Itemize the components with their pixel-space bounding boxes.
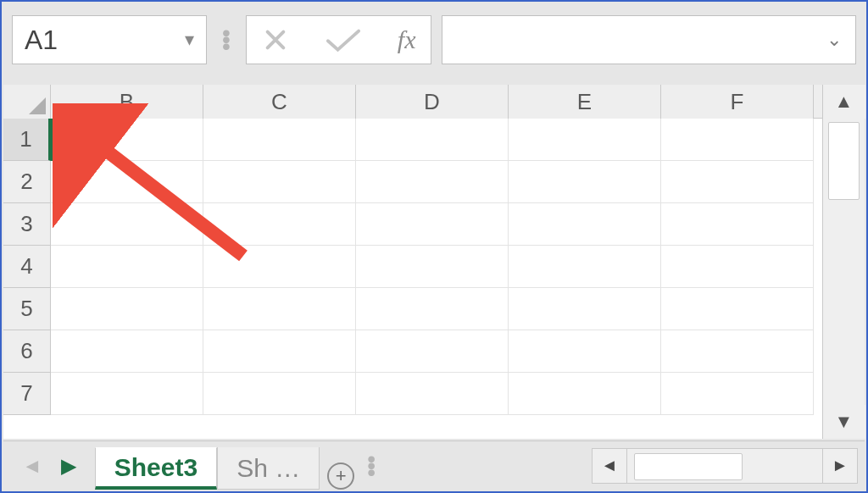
name-box-value: A1 — [25, 25, 58, 56]
cell[interactable] — [509, 246, 661, 288]
cell[interactable] — [51, 203, 203, 246]
row-header-7[interactable]: 7 — [3, 373, 51, 415]
vscroll-track[interactable] — [823, 119, 865, 405]
scroll-left-icon[interactable]: ◄ — [592, 448, 627, 484]
cell[interactable] — [661, 288, 814, 330]
formula-expand-icon[interactable]: ⌄ — [826, 29, 842, 51]
scroll-down-icon[interactable]: ▼ — [823, 405, 865, 439]
name-box-dropdown-icon[interactable]: ▾ — [185, 29, 194, 51]
formula-bar: A1 ▾ ••• fx ⌄ — [2, 2, 866, 78]
cell[interactable] — [51, 119, 203, 161]
select-all-button[interactable] — [3, 85, 51, 119]
table-row: 7 — [3, 373, 822, 415]
cell[interactable] — [51, 161, 203, 203]
row-header-6[interactable]: 6 — [3, 330, 51, 373]
table-row: 4 — [3, 246, 822, 288]
sheet-tab-bar: ◄ ▶ Sheet3 Sh … + ••• ◄ ► — [3, 440, 865, 490]
spreadsheet-grid: B C D E F 1 2 3 — [3, 85, 865, 439]
sheet-tabs: Sheet3 Sh … + ••• — [95, 441, 381, 490]
cell[interactable] — [356, 246, 509, 288]
next-sheet-icon[interactable]: ▶ — [61, 454, 76, 478]
table-row: 2 — [3, 161, 822, 203]
cell[interactable] — [51, 330, 203, 373]
row-header-4[interactable]: 4 — [3, 246, 51, 288]
sheet-nav: ◄ ▶ — [3, 441, 95, 490]
cell[interactable] — [661, 246, 814, 288]
scroll-up-icon[interactable]: ▲ — [823, 85, 865, 119]
add-sheet-button[interactable]: + — [320, 463, 362, 490]
grid-rows: 1 2 3 — [3, 119, 822, 439]
cell[interactable] — [203, 373, 356, 415]
cell[interactable] — [356, 119, 509, 161]
cell[interactable] — [203, 246, 356, 288]
cell[interactable] — [661, 373, 814, 415]
table-row: 6 — [3, 330, 822, 373]
cell[interactable] — [356, 203, 509, 246]
table-row: 1 — [3, 119, 822, 161]
row-header-3[interactable]: 3 — [3, 203, 51, 246]
prev-sheet-icon[interactable]: ◄ — [22, 454, 42, 478]
tab-truncated[interactable]: Sh … — [217, 447, 320, 490]
select-all-triangle-icon — [29, 97, 46, 114]
cell[interactable] — [203, 161, 356, 203]
cell[interactable] — [661, 330, 814, 373]
cell[interactable] — [509, 119, 661, 161]
formula-input[interactable]: ⌄ — [442, 15, 856, 64]
column-headers: B C D E F — [3, 85, 822, 119]
cell[interactable] — [509, 161, 661, 203]
cell[interactable] — [203, 330, 356, 373]
scroll-right-icon[interactable]: ► — [822, 448, 858, 484]
cell[interactable] — [203, 203, 356, 246]
cell[interactable] — [509, 373, 661, 415]
cell[interactable] — [661, 161, 814, 203]
table-row: 5 — [3, 288, 822, 330]
table-row: 3 — [3, 203, 822, 246]
cell[interactable] — [203, 288, 356, 330]
horizontal-scrollbar[interactable]: ◄ ► — [592, 441, 865, 490]
insert-function-icon[interactable]: fx — [398, 25, 416, 54]
cell[interactable] — [661, 203, 814, 246]
cell[interactable] — [356, 288, 509, 330]
hscroll-thumb[interactable] — [634, 453, 743, 480]
grid-inner: B C D E F 1 2 3 — [3, 85, 822, 439]
cell[interactable] — [51, 373, 203, 415]
vscroll-thumb[interactable] — [828, 122, 860, 200]
cell[interactable] — [509, 330, 661, 373]
confirm-icon — [325, 26, 362, 53]
column-header-b[interactable]: B — [51, 85, 203, 119]
row-header-5[interactable]: 5 — [3, 288, 51, 330]
column-header-d[interactable]: D — [356, 85, 509, 119]
column-header-e[interactable]: E — [509, 85, 661, 119]
cell[interactable] — [51, 288, 203, 330]
cell[interactable] — [356, 373, 509, 415]
cell[interactable] — [661, 119, 814, 161]
name-box[interactable]: A1 ▾ — [12, 15, 207, 64]
row-header-1[interactable]: 1 — [3, 119, 51, 161]
formula-bar-splitter[interactable]: ••• — [217, 30, 236, 50]
cell[interactable] — [509, 203, 661, 246]
row-header-2[interactable]: 2 — [3, 161, 51, 203]
cell[interactable] — [356, 161, 509, 203]
formula-buttons: fx — [246, 15, 432, 64]
vertical-scrollbar[interactable]: ▲ ▼ — [822, 85, 865, 439]
sheet-bar-splitter[interactable]: ••• — [362, 456, 381, 476]
cell[interactable] — [203, 119, 356, 161]
plus-icon: + — [327, 463, 354, 490]
cell[interactable] — [356, 330, 509, 373]
hscroll-track[interactable] — [627, 448, 822, 484]
column-header-c[interactable]: C — [203, 85, 356, 119]
column-header-f[interactable]: F — [661, 85, 814, 119]
cell[interactable] — [509, 288, 661, 330]
tab-sheet3[interactable]: Sheet3 — [95, 447, 217, 490]
cancel-icon — [262, 26, 289, 53]
hidden-column-marker[interactable] — [51, 119, 54, 161]
cell[interactable] — [51, 246, 203, 288]
